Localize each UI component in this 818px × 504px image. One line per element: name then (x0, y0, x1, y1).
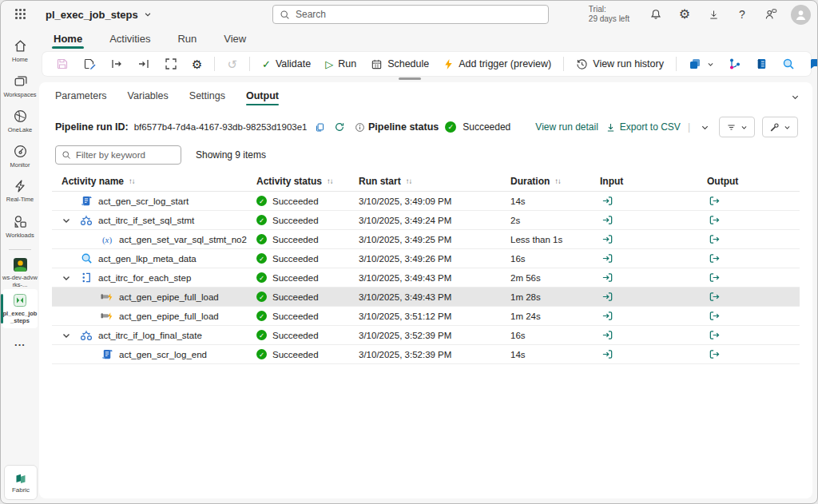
settings-gear-icon[interactable]: ⚙ (676, 6, 693, 23)
panel-collapse-chevron[interactable] (791, 90, 800, 105)
validate-button[interactable]: ✓ Validate (256, 56, 316, 72)
table-row[interactable]: act_gen_lkp_meta_data✓Succeeded3/10/2025… (52, 249, 800, 268)
input-icon[interactable] (600, 290, 614, 304)
table-row[interactable]: act_itrc_if_set_sql_stmt✓Succeeded3/10/2… (52, 211, 800, 230)
export-to-csv-link[interactable]: Export to CSV (606, 121, 681, 133)
input-icon[interactable] (600, 347, 614, 362)
activity-name-link[interactable]: act_itrc_if_log_final_state (98, 331, 202, 340)
sidebar-item-home[interactable]: Home (1, 34, 39, 69)
sidebar-item-realtime[interactable]: Real-Time (1, 175, 39, 210)
output-icon[interactable] (707, 347, 721, 362)
activity-name-link[interactable]: act_gen_epipe_full_load (119, 312, 219, 321)
tab-view[interactable]: View (222, 31, 248, 49)
export-options-chevron[interactable] (697, 120, 712, 134)
schedule-button[interactable]: Schedule (365, 56, 435, 73)
activity-name-link[interactable]: act_gen_scr_log_start (98, 196, 189, 206)
global-search[interactable] (272, 5, 549, 24)
table-row[interactable]: act_itrc_for_each_step✓Succeeded3/10/202… (52, 268, 800, 288)
step-out-button[interactable] (132, 55, 156, 73)
save-button[interactable] (50, 55, 74, 73)
output-icon[interactable] (707, 213, 721, 228)
input-icon[interactable] (600, 328, 614, 343)
toolbar-collapse-handle[interactable] (399, 77, 421, 80)
copy-object-dropdown[interactable] (683, 55, 720, 73)
copy-run-id-icon[interactable] (312, 120, 327, 134)
notebook-button[interactable] (750, 55, 773, 73)
help-icon[interactable]: ? (733, 6, 751, 23)
input-icon[interactable] (600, 252, 614, 266)
activity-name-link[interactable]: act_gen_scr_log_end (119, 350, 207, 359)
notifications-bell-icon[interactable] (647, 6, 665, 23)
tab-variables[interactable]: Variables (128, 90, 169, 105)
activity-name-link[interactable]: act_itrc_for_each_step (98, 273, 191, 283)
table-row[interactable]: act_gen_scr_log_start✓Succeeded3/10/2025… (52, 192, 800, 211)
sidebar-item-workloads[interactable]: Workloads (1, 210, 39, 245)
tab-output[interactable]: Output (246, 90, 279, 105)
col-activity-status[interactable]: Activity status↑↓ (247, 176, 349, 187)
col-duration[interactable]: Duration↑↓ (501, 176, 590, 187)
activity-name-link[interactable]: act_gen_lkp_meta_data (98, 254, 197, 264)
input-icon[interactable] (600, 213, 614, 228)
sidebar-item-workspaces[interactable]: Workspaces (1, 69, 39, 105)
tab-parameters[interactable]: Parameters (55, 90, 107, 105)
row-expand-chevron-icon[interactable] (62, 216, 79, 225)
tab-activities[interactable]: Activities (108, 31, 152, 49)
app-launcher-icon[interactable] (7, 1, 34, 28)
input-icon[interactable] (600, 309, 614, 323)
output-icon[interactable] (707, 328, 721, 343)
run-button[interactable]: ▷ Run (320, 56, 362, 72)
activity-name-link[interactable]: act_gen_epipe_full_load (119, 292, 219, 302)
input-icon[interactable] (600, 232, 614, 247)
source-control-button[interactable] (723, 55, 747, 73)
filter-dropdown-button[interactable] (719, 117, 755, 137)
fabric-home-button[interactable]: Fabric (4, 465, 38, 500)
keyword-filter-input[interactable] (76, 150, 175, 160)
row-expand-chevron-icon[interactable] (62, 273, 79, 283)
view-run-history-button[interactable]: View run history (570, 56, 669, 73)
output-icon[interactable] (707, 290, 721, 304)
row-expand-chevron-icon[interactable] (62, 331, 79, 340)
step-into-button[interactable] (105, 55, 129, 73)
refresh-icon[interactable] (332, 120, 347, 134)
search-input[interactable] (296, 9, 542, 20)
undo-button[interactable]: ↺ (221, 56, 243, 73)
output-icon[interactable] (707, 309, 721, 323)
comments-button[interactable] (804, 55, 818, 73)
account-avatar[interactable] (791, 5, 811, 25)
search-canvas-button[interactable] (776, 55, 800, 73)
tab-run[interactable]: Run (176, 31, 198, 49)
rail-more-button[interactable]: ... (14, 336, 26, 348)
table-row[interactable]: act_gen_epipe_full_load✓Succeeded3/10/20… (52, 307, 800, 326)
feedback-icon[interactable] (762, 6, 780, 23)
sidebar-item-pipeline[interactable]: pl_exec_job_steps (2, 289, 38, 328)
table-row[interactable]: act_gen_epipe_full_load✓Succeeded3/10/20… (52, 288, 800, 307)
output-icon[interactable] (707, 252, 721, 266)
col-activity-name[interactable]: Activity name↑↓ (52, 176, 247, 187)
canvas-settings-button[interactable]: ⚙ (186, 56, 208, 73)
save-as-button[interactable] (77, 55, 101, 73)
sidebar-item-onelake[interactable]: OneLake (1, 105, 39, 140)
downloads-icon[interactable] (705, 6, 722, 23)
fit-canvas-button[interactable] (159, 55, 183, 73)
add-trigger-button[interactable]: Add trigger (preview) (438, 56, 557, 73)
tab-settings[interactable]: Settings (189, 90, 225, 105)
keyword-filter[interactable] (55, 145, 181, 165)
view-run-detail-link[interactable]: View run detail (535, 121, 598, 133)
table-row[interactable]: act_gen_scr_log_end✓Succeeded3/10/2025, … (52, 345, 800, 364)
output-icon[interactable] (707, 232, 721, 247)
activity-name-link[interactable]: act_gen_set_var_sql_stmt_no2 (119, 235, 247, 244)
sidebar-item-monitor[interactable]: Monitor (1, 140, 39, 175)
item-title-dropdown[interactable]: pl_exec_job_steps (46, 9, 152, 21)
input-icon[interactable] (600, 271, 614, 285)
table-row[interactable]: (x)act_gen_set_var_sql_stmt_no2✓Succeede… (52, 230, 800, 249)
col-run-start[interactable]: Run start↑↓ (349, 176, 501, 187)
activity-name-link[interactable]: act_itrc_if_set_sql_stmt (98, 216, 194, 225)
tab-home[interactable]: Home (52, 31, 84, 49)
info-icon[interactable] (352, 120, 367, 134)
output-icon[interactable] (707, 194, 721, 208)
table-row[interactable]: act_itrc_if_log_final_state✓Succeeded3/1… (52, 326, 800, 345)
output-icon[interactable] (707, 271, 721, 285)
tools-dropdown-button[interactable] (762, 117, 798, 137)
input-icon[interactable] (600, 194, 614, 208)
sidebar-item-workspace[interactable]: ws-dev-advwrks-... (1, 254, 39, 289)
